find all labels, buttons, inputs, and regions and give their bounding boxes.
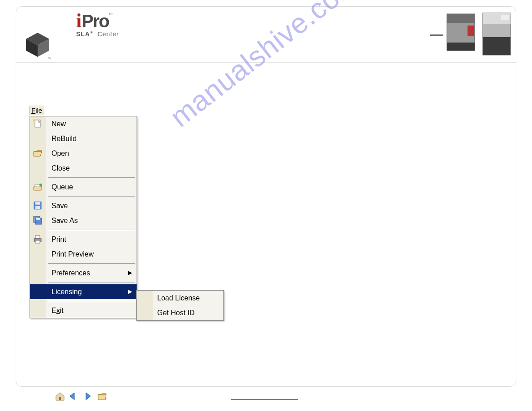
svg-point-13 xyxy=(33,119,36,122)
printer-tray-graphic xyxy=(430,34,443,36)
menu-separator xyxy=(48,301,135,301)
svg-rect-25 xyxy=(35,240,40,243)
next-arrow-icon[interactable] xyxy=(82,391,92,402)
svg-rect-12 xyxy=(35,120,40,127)
ipro-logo-pro: Pro xyxy=(82,11,109,31)
svg-rect-26 xyxy=(59,397,61,400)
ipro-logo-i: i xyxy=(76,9,82,32)
menu-item-preferences[interactable]: Preferences ▶ xyxy=(30,265,137,280)
menu-item-print[interactable]: Print xyxy=(30,232,137,247)
menu-item-label-post: it xyxy=(60,307,64,314)
footer-link-underline[interactable] xyxy=(231,394,298,400)
submenu-arrow-icon: ▶ xyxy=(128,265,132,280)
menu-item-label: Print Preview xyxy=(51,250,94,258)
save-disk-icon xyxy=(33,201,43,210)
svg-rect-6 xyxy=(468,26,474,36)
ipro-sub-reg: ® xyxy=(90,30,93,34)
menu-item-queue[interactable]: Queue xyxy=(30,180,137,194)
menubar-file-accel: F xyxy=(31,107,35,114)
menu-item-save-as[interactable]: Save As xyxy=(30,213,137,228)
svg-rect-24 xyxy=(35,235,40,238)
ipro-logo-tm: ™ xyxy=(109,12,113,17)
svg-rect-10 xyxy=(483,37,511,55)
menu-separator xyxy=(48,230,135,230)
menu-item-licensing[interactable]: Licensing ▶ xyxy=(30,284,137,299)
submenu-item-load-license[interactable]: Load License xyxy=(137,291,223,305)
menu-item-label: Close xyxy=(51,164,70,172)
ipro-logo: iPro™ SLA® Center xyxy=(76,9,119,38)
menu-item-new[interactable]: New xyxy=(30,116,137,131)
menu-item-label: Open xyxy=(51,150,69,157)
menu-separator xyxy=(48,263,135,264)
folder-icon[interactable] xyxy=(97,391,107,402)
menu-item-label-pre: E xyxy=(51,307,56,314)
menu-item-rebuild[interactable]: ReBuild xyxy=(30,131,137,146)
new-file-icon xyxy=(33,119,43,128)
menu-item-label: Get Host ID xyxy=(157,309,195,317)
submenu-item-get-host-id[interactable]: Get Host ID xyxy=(137,305,223,320)
menubar-file-rest: ile xyxy=(35,107,42,114)
printer-icon xyxy=(33,234,43,244)
svg-rect-18 xyxy=(35,202,40,205)
bottom-nav xyxy=(55,391,107,402)
menu-item-label: Save As xyxy=(51,217,78,224)
menu-separator xyxy=(48,282,135,283)
svg-rect-19 xyxy=(35,206,40,209)
svg-rect-5 xyxy=(447,14,475,23)
menu-item-label: New xyxy=(51,120,66,128)
ipro-sub-center: Center xyxy=(98,30,119,38)
menu-item-label: Print xyxy=(51,235,66,243)
menu-item-save[interactable]: Save xyxy=(30,198,137,213)
menu-item-open[interactable]: Open xyxy=(30,146,137,161)
printer-graphic-right xyxy=(481,12,512,57)
file-menu-dropdown: New ReBuild Open Close Queue Save xyxy=(30,116,137,318)
queue-icon xyxy=(33,182,43,192)
save-multi-disk-icon xyxy=(33,215,43,225)
menubar-file[interactable]: File xyxy=(30,106,45,116)
content-area: manualshive.com File New ReBuild Open Cl… xyxy=(16,63,516,387)
menu-item-label-accel: x xyxy=(56,307,60,314)
menu-item-label: Licensing xyxy=(51,288,82,295)
document-frame: ™ iPro™ SLA® Center manualshive.com xyxy=(16,6,516,387)
menu-item-label: Save xyxy=(51,202,68,210)
menu-item-label: Load License xyxy=(157,294,200,302)
menu-item-exit[interactable]: Exit xyxy=(30,303,137,318)
svg-rect-7 xyxy=(447,43,475,51)
menu-item-label: Queue xyxy=(51,183,73,191)
menu-separator xyxy=(48,196,135,197)
ipro-sub-sla: SLA xyxy=(76,30,90,38)
menu-item-label: Preferences xyxy=(51,269,90,277)
home-icon[interactable] xyxy=(55,391,65,402)
submenu-arrow-icon: ▶ xyxy=(128,284,132,299)
three-d-systems-logo: ™ xyxy=(21,26,54,60)
licensing-submenu: Load License Get Host ID xyxy=(136,290,224,321)
printer-graphic-left xyxy=(444,12,478,53)
menu-separator xyxy=(48,177,135,178)
svg-rect-11 xyxy=(501,15,509,20)
menu-item-print-preview[interactable]: Print Preview xyxy=(30,247,137,261)
header: ™ iPro™ SLA® Center xyxy=(16,7,516,63)
svg-rect-22 xyxy=(36,218,40,220)
prev-arrow-icon[interactable] xyxy=(68,391,79,402)
menu-item-close[interactable]: Close xyxy=(30,161,137,176)
menu-item-label: ReBuild xyxy=(51,135,77,142)
open-folder-icon xyxy=(33,148,43,158)
svg-point-16 xyxy=(39,184,42,186)
svg-text:™: ™ xyxy=(47,57,51,60)
